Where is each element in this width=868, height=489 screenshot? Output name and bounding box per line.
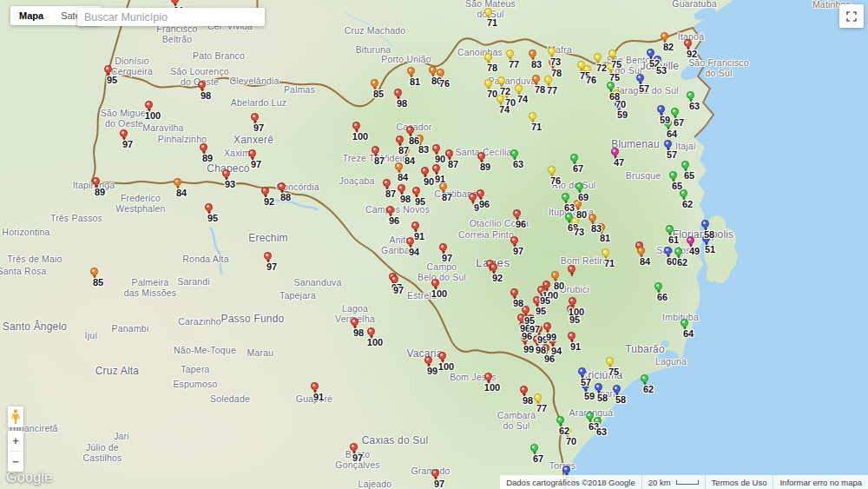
search-box[interactable] (77, 8, 265, 26)
map-marker-yellow[interactable] (606, 357, 614, 365)
map-marker-red[interactable] (386, 206, 394, 214)
map-marker-green[interactable] (666, 225, 674, 233)
map-marker-red[interactable] (510, 236, 518, 244)
map-marker-yellow[interactable] (497, 76, 505, 84)
map-marker-red[interactable] (351, 318, 358, 326)
map-marker-green[interactable] (687, 91, 694, 99)
map-marker-blue[interactable] (647, 49, 654, 56)
map-marker-red[interactable] (520, 386, 528, 393)
map-marker-red[interactable] (394, 89, 402, 96)
map-marker-orange[interactable] (395, 162, 403, 170)
map-marker-orange[interactable] (529, 50, 536, 57)
map-marker-yellow[interactable] (484, 53, 492, 61)
map-marker-yellow[interactable] (608, 50, 616, 57)
map-marker-green[interactable] (575, 182, 583, 190)
map-marker-red[interactable] (432, 164, 440, 172)
map-marker-red[interactable] (411, 221, 419, 229)
map-marker-red[interactable] (412, 187, 420, 195)
search-input[interactable] (77, 8, 265, 26)
map-marker-red[interactable] (438, 352, 446, 360)
map-marker-red[interactable] (569, 297, 576, 305)
map-marker-red[interactable] (248, 149, 256, 157)
map-marker-yellow[interactable] (529, 112, 536, 120)
map-marker-magenta[interactable] (687, 236, 694, 244)
map-marker-blue[interactable] (613, 385, 621, 393)
map-marker-magenta[interactable] (611, 148, 619, 155)
map-marker-red[interactable] (367, 327, 375, 335)
map-marker-green[interactable] (556, 416, 564, 424)
map-marker-green[interactable] (654, 282, 662, 290)
map-marker-blue[interactable] (701, 220, 709, 228)
map-marker-red[interactable] (200, 143, 207, 151)
map-marker-orange[interactable] (637, 247, 645, 254)
map-marker-red[interactable] (431, 279, 439, 287)
map-type-map-button[interactable]: Mapa (10, 6, 52, 25)
map-marker-red[interactable] (421, 167, 429, 175)
map-marker-red[interactable] (145, 101, 153, 109)
map-marker-red[interactable] (431, 469, 439, 477)
map-marker-red[interactable] (424, 356, 432, 364)
map-marker-orange[interactable] (589, 214, 596, 221)
map-marker-red[interactable] (477, 189, 484, 197)
map-marker-red[interactable] (264, 252, 272, 260)
map-marker-green[interactable] (570, 154, 578, 162)
map-marker-red[interactable] (311, 382, 319, 390)
map-marker-orange[interactable] (661, 32, 668, 40)
map-marker-green[interactable] (562, 193, 569, 201)
map-marker-blue[interactable] (578, 367, 586, 375)
map-marker-red[interactable] (372, 146, 379, 154)
map-marker-green[interactable] (681, 319, 688, 327)
scale-control[interactable]: 20 km (641, 475, 705, 489)
map-marker-red[interactable] (684, 39, 692, 47)
map-marker-yellow[interactable] (548, 47, 556, 55)
map-marker-yellow[interactable] (484, 8, 492, 16)
map-marker-yellow[interactable] (548, 166, 556, 174)
map-marker-red[interactable] (352, 122, 360, 129)
fullscreen-button[interactable] (839, 4, 864, 28)
map-marker-red[interactable] (513, 209, 521, 217)
map-marker-green[interactable] (671, 108, 679, 116)
map-marker-red[interactable] (445, 149, 453, 157)
map-marker-red[interactable] (104, 65, 112, 73)
map-marker-red[interactable] (469, 193, 477, 201)
map-marker-red[interactable] (406, 237, 414, 245)
map-marker-red[interactable] (396, 135, 404, 143)
map-marker-yellow[interactable] (484, 79, 492, 87)
map-marker-yellow[interactable] (602, 248, 609, 256)
map-marker-orange[interactable] (532, 75, 540, 83)
map-marker-red[interactable] (120, 129, 128, 137)
map-marker-green[interactable] (669, 171, 677, 179)
map-marker-red[interactable] (398, 184, 405, 192)
terms-link[interactable]: Termos de Uso (712, 478, 767, 487)
map-marker-green[interactable] (530, 444, 538, 452)
map-canvas[interactable]: São Mateus do SulFrancisco BeltrãoPato B… (0, 0, 868, 489)
map-marker-blue[interactable] (562, 466, 570, 473)
map-marker-orange[interactable] (429, 66, 437, 74)
map-marker-green[interactable] (641, 374, 648, 382)
map-marker-red[interactable] (568, 332, 575, 340)
map-marker-red[interactable] (251, 113, 259, 121)
map-marker-red[interactable] (278, 182, 286, 190)
map-marker-red[interactable] (406, 126, 414, 134)
map-marker-orange[interactable] (407, 67, 415, 75)
map-marker-blue[interactable] (636, 74, 644, 82)
map-marker-orange[interactable] (90, 268, 98, 275)
map-marker-green[interactable] (510, 149, 518, 157)
map-marker-blue[interactable] (657, 105, 665, 113)
map-marker-blue[interactable] (664, 247, 672, 254)
pegman-control[interactable] (8, 406, 23, 427)
map-marker-orange[interactable] (551, 271, 559, 279)
map-marker-green[interactable] (681, 161, 689, 169)
map-marker-red[interactable] (477, 152, 485, 160)
map-marker-yellow[interactable] (534, 393, 542, 401)
map-marker-green[interactable] (586, 412, 594, 420)
map-marker-red[interactable] (261, 187, 269, 195)
map-marker-red[interactable] (350, 443, 358, 451)
map-marker-red[interactable] (205, 203, 213, 211)
report-error-link[interactable]: Informar erro no mapa (779, 478, 862, 487)
map-marker-red[interactable] (92, 177, 100, 185)
map-marker-red[interactable] (383, 179, 391, 187)
map-marker-green[interactable] (607, 82, 615, 89)
map-marker-orange[interactable] (371, 79, 378, 87)
map-marker-red[interactable] (432, 144, 440, 152)
